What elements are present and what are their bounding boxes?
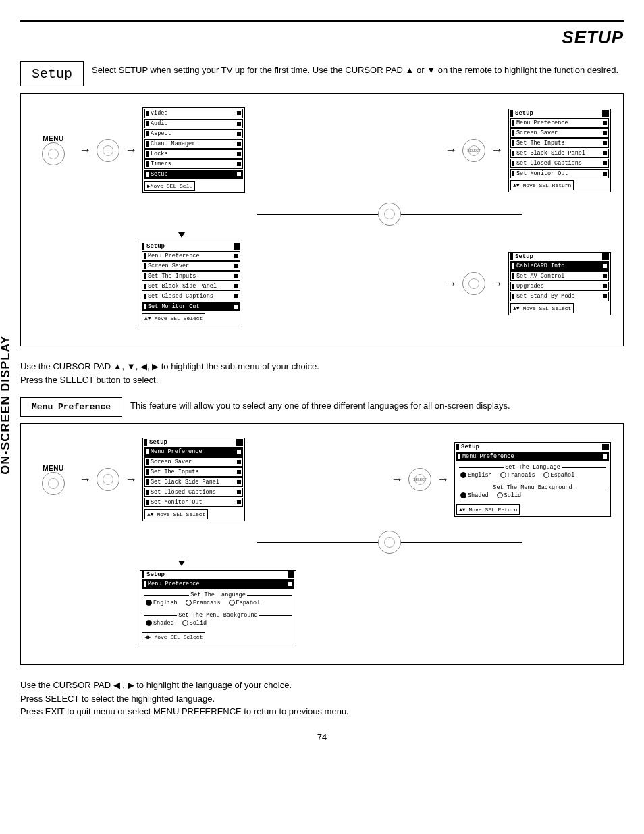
arrow-right-icon: → [491,277,503,291]
page-title: SETUP [20,27,624,48]
arrow-right-icon: → [79,473,91,487]
arrow-right-icon: → [391,473,403,487]
select-button-icon: SELECT [408,468,431,491]
cursor-pad-icon [97,139,119,162]
menu-label: MENU [43,135,63,142]
cursor-pad-icon [378,203,401,226]
setup-heading-box: Setup [20,61,84,86]
arrow-right-icon: → [125,473,137,487]
select-button-icon: SELECT [462,139,485,162]
arrow-right-icon: → [125,143,137,157]
osd-menu-preference-detail-2: SetupMenu PreferenceSet The LanguageEngl… [140,570,296,644]
osd-setup-menu-2: SetupMenu PreferenceScreen SaverSet The … [140,242,242,325]
osd-main-menu: VideoAudioAspectChan. ManagerLocksTimers… [142,107,245,193]
arrow-right-icon: → [437,473,449,487]
arrow-down-icon [178,561,185,566]
page-number: 74 [20,732,624,742]
osd-setup-pref-menu: SetupMenu PreferenceScreen SaverSet The … [142,438,245,521]
side-tab-label: ON-SCREEN DISPLAY [0,335,13,474]
cursor-pad-icon [462,272,485,295]
menu-button-icon [42,472,65,495]
menu-preference-description: This feature will allow you to select an… [130,397,624,412]
arrow-right-icon: → [491,143,503,157]
cursor-pad-icon [378,531,401,554]
menu-label: MENU [43,465,63,472]
cursor-pad-icon [97,468,119,491]
menu-button-icon [42,142,65,165]
setup-flow-diagram: MENU → → VideoAudioAspectChan. ManagerLo… [20,93,624,346]
osd-setup-menu-3: SetupCableCARD InfoSet AV ControlUpgrade… [508,252,611,315]
bottom-paragraph: Use the CURSOR PAD ◀ , ▶ to highlight th… [20,679,624,719]
menu-preference-heading-box: Menu Preference [20,397,122,417]
arrow-right-icon: → [445,143,457,157]
arrow-down-icon [178,232,185,238]
osd-menu-preference-detail-1: SetupMenu PreferenceSet The LanguageEngl… [454,442,611,517]
setup-description: Select SETUP when setting your TV up for… [92,61,624,76]
osd-setup-menu-1: SetupMenu PreferenceScreen SaverSet The … [508,109,611,192]
arrow-right-icon: → [79,143,91,157]
mid-paragraph: Use the CURSOR PAD ▲, ▼, ◀, ▶ to highlig… [20,360,624,386]
arrow-right-icon: → [445,277,457,291]
menu-preference-flow-diagram: MENU → → SetupMenu PreferenceScreen Save… [20,423,624,665]
